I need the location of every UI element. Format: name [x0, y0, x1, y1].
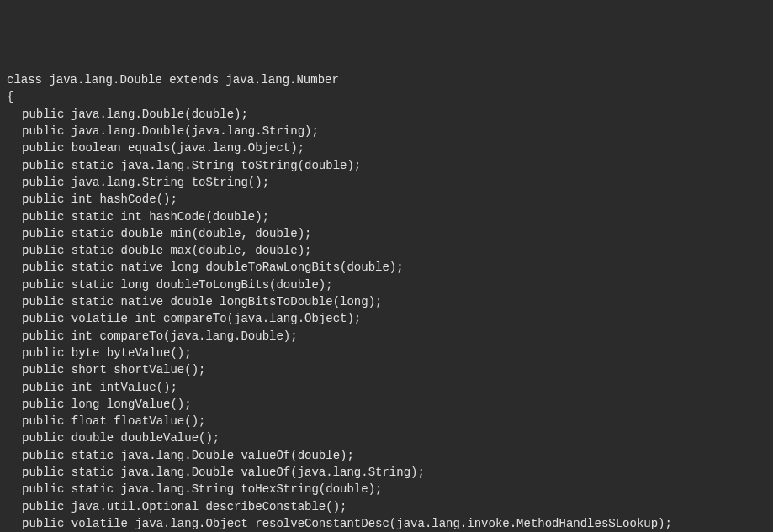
code-line: public static java.lang.Double valueOf(j…	[7, 464, 766, 481]
code-line: public static java.lang.String toString(…	[7, 157, 766, 174]
code-line: public double doubleValue();	[7, 429, 766, 446]
code-line: public static java.lang.String toHexStri…	[7, 481, 766, 498]
brace-open: {	[7, 88, 766, 105]
code-line: public int hashCode();	[7, 191, 766, 208]
code-line: public static native long doubleToRawLon…	[7, 259, 766, 276]
code-line: public java.lang.Double(double);	[7, 106, 766, 123]
code-line: public volatile java.lang.Object resolve…	[7, 515, 766, 532]
code-line: public java.util.Optional describeConsta…	[7, 498, 766, 515]
code-line: public volatile int compareTo(java.lang.…	[7, 310, 766, 327]
code-line: public long longValue();	[7, 396, 766, 413]
code-line: public static long doubleToLongBits(doub…	[7, 277, 766, 293]
code-editor[interactable]: class java.lang.Double extends java.lang…	[7, 71, 766, 532]
code-line: public java.lang.Double(java.lang.String…	[7, 123, 766, 140]
code-line: public float floatValue();	[7, 413, 766, 429]
code-line: public int compareTo(java.lang.Double);	[7, 328, 766, 345]
code-line: public static native double longBitsToDo…	[7, 293, 766, 310]
code-line: public short shortValue();	[7, 361, 766, 378]
code-line: public static int hashCode(double);	[7, 208, 766, 225]
code-line: public int intValue();	[7, 379, 766, 396]
code-line: public java.lang.String toString();	[7, 174, 766, 191]
code-line: public static double min(double, double)…	[7, 225, 766, 242]
code-line: public static double max(double, double)…	[7, 242, 766, 259]
code-line: public boolean equals(java.lang.Object);	[7, 140, 766, 156]
code-line: public byte byteValue();	[7, 345, 766, 361]
class-declaration: class java.lang.Double extends java.lang…	[7, 71, 766, 88]
code-line: public static java.lang.Double valueOf(d…	[7, 447, 766, 464]
